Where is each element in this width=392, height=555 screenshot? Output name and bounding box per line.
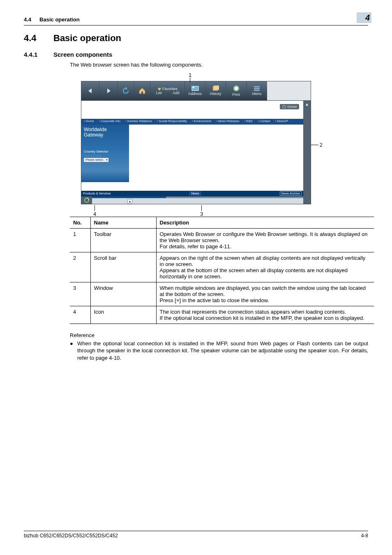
cell-name: Scroll bar bbox=[90, 252, 156, 282]
country-selector-label: Country Selector bbox=[84, 150, 127, 153]
section-heading-title: Basic operation bbox=[53, 33, 121, 44]
footer-page-number: 4-8 bbox=[361, 533, 368, 539]
table-row: 4 Icon The icon that represents the conn… bbox=[70, 306, 374, 324]
nav-news-releases[interactable]: › News Releases bbox=[214, 119, 242, 125]
select-region-label: Select Region bbox=[84, 154, 127, 157]
region-dropdown-value: -Please select- bbox=[85, 158, 104, 162]
subsection-heading-number: 4.4.1 bbox=[24, 51, 53, 58]
address-button[interactable]: Address bbox=[185, 81, 205, 100]
cell-name: Window bbox=[90, 282, 156, 306]
nav-rd[interactable]: › R&D bbox=[242, 119, 255, 125]
heart-icon bbox=[157, 87, 161, 91]
print-button[interactable]: Print bbox=[226, 81, 247, 100]
cell-no: 4 bbox=[70, 306, 90, 324]
svg-rect-3 bbox=[214, 86, 219, 90]
nav-contact[interactable]: › Contact bbox=[255, 119, 272, 125]
cell-desc: The icon that represents the connection … bbox=[156, 306, 374, 324]
page-footer: bizhub C652/C652DS/C552/C552DS/C452 4-8 bbox=[24, 531, 368, 539]
active-window-tab[interactable]: × bbox=[92, 197, 166, 204]
products-services-label: Products & Services bbox=[83, 192, 111, 195]
products-bar: Products & Services News News Archive bbox=[81, 191, 303, 197]
favorites-panel[interactable]: Favorites List Add bbox=[150, 81, 185, 100]
address-label: Address bbox=[188, 92, 202, 96]
global-dropdown[interactable]: Global bbox=[280, 104, 299, 109]
table-row: 2 Scroll bar Appears on the right of the… bbox=[70, 252, 374, 282]
history-button[interactable]: History bbox=[205, 81, 226, 100]
browser-viewport: Global › Home › Corporate Info › Investo… bbox=[81, 101, 311, 204]
reload-button[interactable] bbox=[118, 81, 134, 100]
header-section-number: 4.4 bbox=[24, 16, 31, 23]
favorites-list-button[interactable]: List bbox=[150, 91, 168, 95]
svg-rect-5 bbox=[235, 87, 238, 90]
callout-line bbox=[190, 78, 190, 83]
callout-4: 4 bbox=[93, 211, 96, 217]
cell-no: 3 bbox=[70, 282, 90, 306]
intro-paragraph: The Web browser screen has the following… bbox=[70, 61, 368, 69]
arrow-left-icon bbox=[82, 87, 99, 95]
components-table: No. Name Description 1 Toolbar Operates … bbox=[70, 217, 374, 324]
wwg-line2: Gateway bbox=[84, 132, 127, 138]
print-icon bbox=[233, 85, 240, 92]
section-heading: 4.4 Basic operation bbox=[24, 33, 368, 44]
callout-line bbox=[95, 205, 95, 211]
scrollbar-corner bbox=[303, 197, 311, 204]
forward-button[interactable] bbox=[99, 81, 118, 100]
nav-corporate-info[interactable]: › Corporate Info bbox=[97, 119, 123, 125]
site-navbar[interactable]: › Home › Corporate Info › Investor Relat… bbox=[81, 119, 303, 125]
subsection-heading: 4.4.1 Screen components bbox=[24, 51, 368, 58]
section-heading-number: 4.4 bbox=[24, 33, 53, 44]
region-dropdown[interactable]: -Please select- ▾ bbox=[84, 158, 108, 162]
favorites-add-button[interactable]: Add bbox=[168, 91, 185, 95]
menu-label: Menu bbox=[252, 92, 262, 96]
nav-social-responsibility[interactable]: › Social Responsibility bbox=[154, 119, 189, 125]
header-rule bbox=[24, 25, 368, 25]
vertical-scrollbar[interactable]: ▲ ▼ bbox=[303, 101, 311, 204]
home-icon bbox=[138, 87, 146, 95]
cell-no: 1 bbox=[70, 228, 90, 252]
reload-icon bbox=[122, 87, 130, 95]
reference-bullet: ● When the optional local connection kit… bbox=[70, 340, 368, 362]
scroll-up-arrow-icon[interactable]: ▲ bbox=[303, 101, 311, 108]
table-row: 1 Toolbar Operates Web Browser or config… bbox=[70, 228, 374, 252]
table-row: 3 Window When multiple windows are displ… bbox=[70, 282, 374, 306]
cell-desc: Appears on the right of the screen when … bbox=[156, 252, 374, 282]
callout-line bbox=[201, 205, 202, 211]
menu-button[interactable]: Menu bbox=[247, 81, 267, 100]
chevron-down-icon: ▾ bbox=[106, 158, 108, 162]
nav-investor-relations[interactable]: › Investor Relations bbox=[123, 119, 154, 125]
cell-desc: When multiple windows are displayed, you… bbox=[156, 282, 374, 306]
loading-icon bbox=[84, 197, 90, 203]
svg-rect-8 bbox=[254, 90, 260, 91]
callout-2: 2 bbox=[320, 142, 323, 148]
news-label: News bbox=[189, 191, 202, 196]
cell-desc: Operates Web Browser or configure the We… bbox=[156, 228, 374, 252]
header-section-title: Basic operation bbox=[39, 16, 80, 23]
worldwide-gateway-panel: Worldwide Gateway Country Selector Selec… bbox=[81, 125, 129, 182]
browser-toolbar: Favorites List Add Address History Print… bbox=[81, 81, 311, 101]
running-header: 4.4 Basic operation bbox=[24, 16, 368, 23]
tab-close-button[interactable]: × bbox=[127, 199, 132, 204]
window-tab-strip: × bbox=[81, 197, 303, 204]
print-label: Print bbox=[232, 92, 240, 97]
back-button[interactable] bbox=[81, 81, 99, 100]
table-header-row: No. Name Description bbox=[70, 217, 374, 228]
reference-heading: Reference bbox=[70, 332, 368, 338]
svg-rect-1 bbox=[192, 87, 194, 88]
wwg-line1: Worldwide bbox=[84, 127, 127, 133]
screenshot-figure: 1 2 3 4 Favorites List Add bbox=[81, 81, 311, 204]
address-icon bbox=[191, 86, 199, 91]
global-label: Global bbox=[287, 105, 297, 109]
cell-name: Icon bbox=[90, 306, 156, 324]
news-archive-button[interactable]: News Archive bbox=[280, 191, 302, 196]
th-no: No. bbox=[70, 217, 90, 228]
nav-motogp[interactable]: › MotoGP bbox=[272, 119, 291, 125]
cell-name: Toolbar bbox=[90, 228, 156, 252]
cell-no: 2 bbox=[70, 252, 90, 282]
th-name: Name bbox=[90, 217, 156, 228]
nav-environment[interactable]: › Environment bbox=[189, 119, 214, 125]
th-desc: Description bbox=[156, 217, 374, 228]
history-label: History bbox=[210, 92, 221, 96]
home-button[interactable] bbox=[134, 81, 150, 100]
callout-3: 3 bbox=[200, 211, 203, 217]
nav-home[interactable]: › Home bbox=[81, 119, 97, 125]
